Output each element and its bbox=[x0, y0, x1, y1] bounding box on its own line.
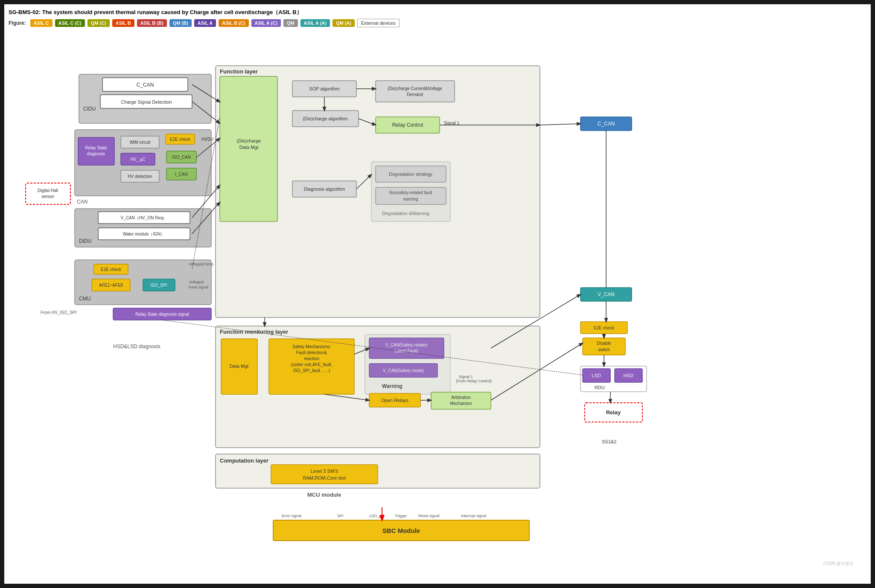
mcu-module-label: MCU module bbox=[307, 492, 341, 498]
error-signal-label: Error signal bbox=[282, 514, 301, 518]
reset-signal-label: Reset signal bbox=[418, 514, 440, 518]
safety-mech-label2: Fault detection& bbox=[296, 350, 327, 355]
computation-layer-label: Computation layer bbox=[220, 457, 268, 464]
rdu-container bbox=[580, 366, 647, 392]
signal1-relay-label1: Signal 1 bbox=[459, 375, 473, 379]
voltage-temp-label: Voltage&Temp bbox=[189, 262, 213, 266]
safety-mech-label5: ISO_SPI_fault……) bbox=[293, 368, 330, 373]
didu-label: DIDU bbox=[79, 238, 91, 244]
degradation-container bbox=[371, 162, 450, 221]
safety-mech-label3: reaction bbox=[304, 356, 319, 361]
digital-hall-label2: sensor bbox=[41, 194, 55, 199]
diagram-svg: CIDU C_CAN Charge Signal Detection Relay… bbox=[9, 32, 866, 569]
function-layer-label: Function layer bbox=[220, 68, 258, 75]
can-label: CAN bbox=[77, 199, 88, 205]
hvdu-label: HVDU bbox=[201, 137, 213, 142]
imm-circuit-label: IMM circuit bbox=[130, 140, 151, 145]
safety-mech-label4: (under volt,AFE_fault, bbox=[291, 362, 332, 367]
discharge-demand-box bbox=[376, 81, 455, 102]
arbitration-label1: Arbitration bbox=[451, 395, 471, 400]
relay-state-diag-label2: diagnosis bbox=[87, 151, 105, 156]
voltage-fault-label2: Fault signal bbox=[189, 285, 208, 289]
e2e-check-right-label: E2E check bbox=[594, 326, 615, 330]
voltage-fault-label: Voltage& bbox=[189, 280, 204, 284]
legend-qm-c: QM (C) bbox=[88, 19, 110, 27]
i-can-label: I_CAN bbox=[175, 172, 187, 177]
disable-switch-label2: switch bbox=[598, 347, 610, 352]
charge-signal-label: Charge Signal Detection bbox=[121, 99, 172, 105]
c-can-top-label: C_CAN bbox=[137, 82, 154, 88]
arrow-relay-c-can bbox=[540, 124, 580, 125]
warning-container bbox=[365, 335, 450, 394]
legend-asil-c-c: ASIL C (C) bbox=[55, 19, 85, 27]
discharge-algorithm-label: (Dis)charge algorithm bbox=[303, 116, 347, 121]
digital-hall-box bbox=[26, 183, 70, 204]
legend-label: Figure: bbox=[9, 20, 26, 26]
e2e-check-hvdu-label: E2E check bbox=[170, 137, 191, 142]
sop-algorithm-label: SOP algorithm bbox=[309, 86, 339, 91]
level3-sm-label1: Level 3 SM'S bbox=[311, 469, 338, 474]
legend-asil-b: ASIL B bbox=[112, 19, 134, 27]
cidu-label: CIDU bbox=[83, 106, 96, 112]
signal1-relay-label2: (From Relay Control) bbox=[456, 379, 492, 383]
main-container: SG-BMS-02: The system should prevent the… bbox=[4, 4, 871, 584]
level3-sm-box bbox=[271, 465, 378, 484]
relay-state-diag-label: Relay State bbox=[85, 146, 107, 150]
spi-label: SPI bbox=[337, 514, 344, 518]
disable-switch-box bbox=[583, 338, 625, 355]
digital-hall-label: Digital Hall bbox=[38, 188, 58, 193]
iso-spi-label: ISO_SPI bbox=[151, 283, 167, 288]
arbitration-box bbox=[431, 392, 491, 409]
cmu-label: CMU bbox=[79, 296, 90, 302]
trigger-label: Trigger bbox=[395, 514, 407, 518]
legend-external: External devices bbox=[357, 19, 400, 27]
safety-mech-label1: Safety Mechanisms: bbox=[292, 344, 331, 349]
legend-asil-a-c: ASIL A (C) bbox=[251, 19, 281, 27]
level3-sm-label2: RAM,ROM,Core test bbox=[303, 475, 346, 480]
iso-can-label: ISO_CAN bbox=[172, 155, 191, 160]
discharge-demand-label: (Dis)charge Current&Voltage bbox=[388, 86, 442, 91]
discharge-demand-label2: Demand bbox=[407, 92, 423, 97]
v-can-right-label: V_CAN bbox=[598, 291, 615, 297]
legend-qm-a: QM (A) bbox=[332, 19, 355, 27]
relay-state-signal-label: Relay State diagnosis signal bbox=[135, 312, 189, 317]
data-mgt-mon-label: Data Mgt bbox=[230, 364, 249, 369]
legend-asil-b-c: ASIL B (C) bbox=[219, 19, 248, 27]
c-can-right-label: C_CAN bbox=[598, 121, 615, 127]
e2e-check-cmu-label: E2E check bbox=[101, 267, 122, 272]
relay-control-label: Relay Control bbox=[392, 122, 423, 128]
sbc-module-label: SBC Module bbox=[382, 527, 420, 534]
relay-right-label: Relay bbox=[606, 409, 621, 416]
hsd-lsd-label: HSD&LSD diagnosis bbox=[113, 343, 160, 349]
arbitration-label2: Mechanism bbox=[450, 401, 472, 406]
hv-uc-label: HV_ μC bbox=[130, 157, 145, 162]
interrupt-signal-label: Interrupt signal bbox=[461, 514, 487, 518]
monitoring-layer-label: Function monitoring layer bbox=[220, 329, 288, 335]
disable-switch-label1: Disable bbox=[597, 341, 611, 346]
v-can-hvon-label: V_CAN（HV_ON Req） bbox=[121, 215, 167, 220]
from-hv-iso-label: From HV_ISO_SPI bbox=[41, 310, 76, 315]
legend-row: Figure: ASIL C ASIL C (C) QM (C) ASIL B … bbox=[9, 19, 866, 27]
hv-detection-label: HV detection bbox=[128, 174, 152, 179]
legend-qm-b: QM (B) bbox=[169, 19, 192, 27]
watermark: CSDN @大道生 bbox=[823, 561, 854, 566]
ss1-2-label: SS1&2 bbox=[602, 439, 616, 444]
legend-qm: QM bbox=[283, 19, 298, 27]
diagnosis-algorithm-label: Diagnosis algorithm bbox=[304, 186, 345, 192]
discharge-data-mgt-label2: Data Mgt bbox=[239, 145, 259, 150]
legend-asil-b-b: ASIL B (B) bbox=[137, 19, 167, 27]
open-relays-label: Open Relays bbox=[381, 398, 408, 403]
legend-asil-a-a: ASIL A (A) bbox=[300, 19, 330, 27]
legend-asil-a: ASIL A bbox=[194, 19, 216, 27]
discharge-data-mgt-label: (Dis)charge bbox=[237, 138, 261, 143]
legend-asil-c: ASIL C bbox=[30, 19, 52, 27]
header-title: SG-BMS-02: The system should prevent the… bbox=[9, 9, 866, 16]
afe-label: AFE1~AFE8 bbox=[99, 283, 123, 288]
wake-module-label: Wake module（IGN） bbox=[123, 232, 165, 236]
